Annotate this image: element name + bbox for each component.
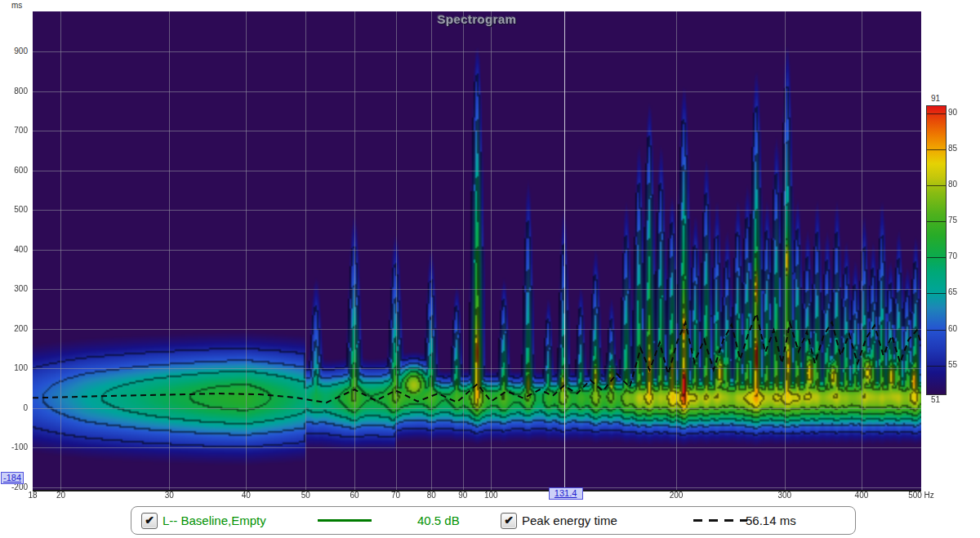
- x-tick-label: 30: [146, 491, 192, 500]
- colorbar-tick-label: 75: [948, 216, 957, 225]
- y-tick-label: 500: [0, 205, 28, 215]
- x-tick-label: 200: [653, 491, 699, 500]
- spectrogram-plot[interactable]: Spectrogram: [33, 11, 921, 491]
- color-scale: [926, 105, 947, 395]
- colorbar-max-label: 91: [922, 94, 949, 103]
- colorbar-tick-line: [927, 366, 946, 367]
- baseline-level-value: 40.5 dB: [417, 514, 460, 527]
- x-tick-label: 100: [468, 491, 514, 500]
- x-tick-label: 40: [223, 491, 269, 500]
- colorbar-tick-label: 65: [948, 287, 957, 297]
- x-tick-label: 400: [839, 491, 884, 500]
- colorbar-tick-label: 60: [948, 324, 957, 334]
- colorbar-tick-label: 70: [948, 251, 957, 261]
- y-tick-label: 900: [0, 47, 28, 56]
- x-tick-label: 60: [332, 491, 377, 500]
- y-tick-label: 800: [0, 87, 28, 96]
- colorbar-tick-label: 90: [948, 108, 957, 118]
- time-unit-label: ms: [11, 1, 22, 10]
- y-cursor-readout: -184: [1, 472, 24, 484]
- peak-time-value: 56.14 ms: [746, 514, 796, 527]
- baseline-checkbox[interactable]: ✔: [141, 513, 158, 529]
- baseline-label: L-- Baseline,Empty: [163, 514, 266, 527]
- colorbar-tick-line: [927, 149, 946, 150]
- colorbar-tick-line: [927, 185, 946, 186]
- y-tick-label: 600: [0, 166, 28, 176]
- y-tick-label: 0: [0, 403, 28, 413]
- colorbar-tick-line: [927, 330, 946, 331]
- colorbar-tick-label: 55: [948, 360, 957, 370]
- colorbar-tick-line: [927, 257, 946, 258]
- colorbar-tick-label: 80: [948, 180, 957, 189]
- y-tick-label: 700: [0, 126, 28, 136]
- peak-time-label: Peak energy time: [522, 514, 617, 527]
- x-tick-label: 20: [38, 491, 83, 500]
- y-tick-label: -100: [0, 442, 28, 452]
- peak-time-line-sample: [693, 519, 747, 522]
- colorbar-tick-line: [927, 113, 946, 114]
- peak-time-checkbox[interactable]: ✔: [501, 513, 517, 529]
- x-tick-label: 500 Hz: [898, 491, 944, 500]
- chart-title: Spectrogram: [33, 12, 921, 26]
- colorbar-tick-line: [927, 293, 946, 294]
- y-tick-label: 200: [0, 324, 28, 334]
- x-tick-label: 50: [283, 491, 328, 500]
- colorbar-tick-line: [927, 221, 946, 222]
- y-tick-label: 400: [0, 245, 28, 255]
- legend-bar: ✔ L-- Baseline,Empty 40.5 dB ✔ Peak ener…: [131, 506, 856, 535]
- y-tick-label: 100: [0, 363, 28, 373]
- colorbar-tick-label: 85: [948, 144, 957, 153]
- x-tick-label: 300: [762, 491, 808, 500]
- colorbar-min-label: 51: [922, 395, 949, 404]
- grid-cursor-canvas: [33, 11, 921, 490]
- y-tick-label: 300: [0, 284, 28, 294]
- x-cursor-readout: 131.4: [549, 487, 583, 500]
- spectrogram-window: ms Spectrogram 9008007006005004003002001…: [0, 0, 980, 538]
- baseline-line-sample: [318, 519, 372, 522]
